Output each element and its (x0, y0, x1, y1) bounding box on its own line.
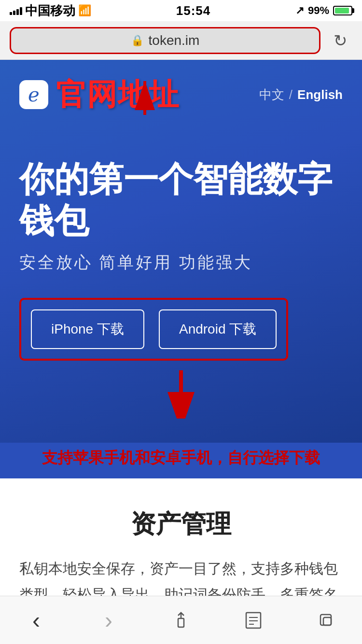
arrow-down-area (19, 370, 343, 419)
hero-title: 你的第一个智能数字钱包 (19, 158, 343, 242)
status-left: 中国移动 📶 (10, 2, 91, 19)
arrow-down-svg (152, 370, 210, 419)
bookmarks-button[interactable] (234, 606, 273, 635)
download-buttons-container: iPhone 下载 Android 下载 (19, 298, 288, 361)
reload-button[interactable]: ↻ (328, 31, 352, 50)
signal-bars (10, 6, 22, 15)
battery-percent: 99% (308, 4, 329, 17)
tabs-icon (317, 611, 335, 630)
url-text: token.im (149, 33, 200, 48)
iphone-download-button[interactable]: iPhone 下载 (31, 309, 144, 349)
svg-rect-4 (178, 618, 184, 627)
signal-bar-2 (13, 11, 15, 15)
status-right: ↗ 99% (295, 4, 352, 17)
back-button[interactable]: ‹ (17, 606, 56, 635)
time-display: 15:54 (176, 3, 211, 18)
hero-section: ℯ 官网地址 中文 / English 你的第一个智能数字钱包 安全放心 简单好… (0, 60, 362, 443)
signal-bar-4 (20, 7, 22, 15)
language-switcher[interactable]: 中文 / English (259, 86, 343, 103)
carrier-label: 中国移动 (25, 2, 75, 19)
forward-button[interactable]: › (89, 606, 128, 635)
annotation-text: 支持苹果手机和安卓手机，自行选择下载 (0, 443, 362, 478)
lang-divider: / (289, 87, 292, 102)
brand-logo: ℯ (19, 80, 48, 109)
battery-icon (333, 6, 352, 15)
arrow-up-svg (97, 76, 193, 115)
signal-bar-1 (10, 12, 12, 15)
lock-icon: 🔒 (131, 34, 144, 47)
lang-zh-button[interactable]: 中文 (259, 86, 284, 103)
lang-en-button[interactable]: English (297, 87, 343, 102)
browser-bar: 🔒 token.im ↻ (0, 21, 362, 60)
bookmarks-icon (244, 611, 263, 630)
android-download-button[interactable]: Android 下载 (159, 309, 277, 349)
asset-section-title: 资产管理 (19, 507, 343, 541)
status-bar: 中国移动 📶 15:54 ↗ 99% (0, 0, 362, 21)
share-button[interactable] (162, 606, 200, 635)
tabs-button[interactable] (306, 606, 345, 635)
signal-bar-3 (16, 9, 19, 15)
hero-subtitle: 安全放心 简单好用 功能强大 (19, 252, 343, 274)
location-icon: ↗ (295, 4, 304, 17)
share-icon (172, 611, 190, 630)
bottom-nav: ‹ › (0, 596, 362, 644)
arrow-up-annotation (19, 134, 343, 163)
address-bar[interactable]: 🔒 token.im (10, 27, 320, 54)
wifi-icon: 📶 (78, 4, 91, 17)
svg-rect-10 (320, 615, 331, 625)
battery-fill (335, 8, 349, 14)
svg-rect-11 (323, 617, 331, 625)
